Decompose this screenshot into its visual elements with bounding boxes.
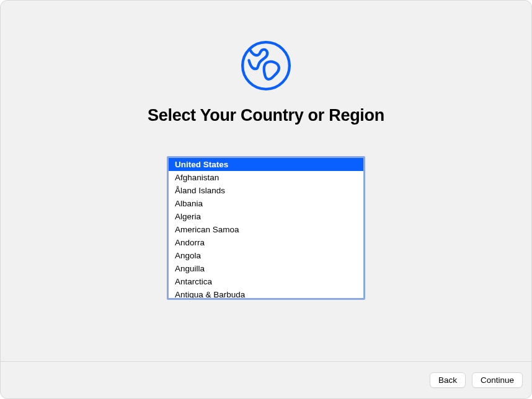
list-item[interactable]: Albania: [169, 197, 363, 210]
list-item[interactable]: Antarctica: [169, 275, 363, 288]
country-listbox[interactable]: United StatesAfghanistanÅland IslandsAlb…: [167, 156, 365, 300]
list-item[interactable]: Anguilla: [169, 262, 363, 275]
main-content: Select Your Country or Region United Sta…: [1, 1, 531, 361]
continue-button[interactable]: Continue: [472, 372, 523, 388]
setup-window: Select Your Country or Region United Sta…: [0, 0, 532, 399]
list-item[interactable]: Angola: [169, 249, 363, 262]
list-item[interactable]: Afghanistan: [169, 171, 363, 184]
list-item[interactable]: Åland Islands: [169, 184, 363, 197]
back-button[interactable]: Back: [430, 372, 466, 388]
list-item[interactable]: Algeria: [169, 210, 363, 223]
list-item[interactable]: Antigua & Barbuda: [169, 288, 363, 300]
list-item[interactable]: Andorra: [169, 236, 363, 249]
footer-bar: Back Continue: [1, 361, 531, 398]
list-item[interactable]: American Samoa: [169, 223, 363, 236]
list-item[interactable]: United States: [169, 158, 363, 171]
page-title: Select Your Country or Region: [148, 106, 384, 125]
globe-icon: [238, 38, 294, 94]
